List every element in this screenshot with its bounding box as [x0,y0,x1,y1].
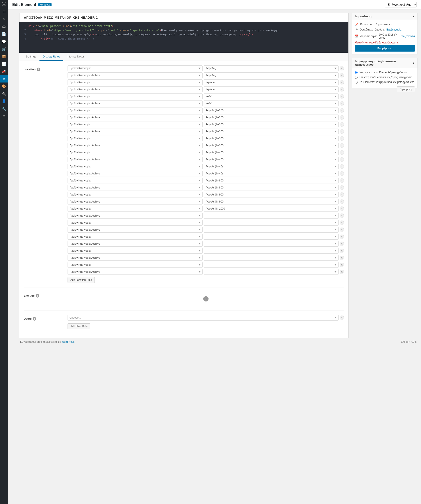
rule-delete-btn-12[interactable]: × [340,150,344,155]
sidebar-item-products[interactable]: 📦 [0,53,8,60]
update-button[interactable]: Ενημέρωση [355,45,415,52]
rule-type-select-16[interactable]: Προϊόν Κατηγορία [68,178,203,183]
tab-display-rules[interactable]: Display Rules [40,53,63,61]
rule-value-select-23[interactable] [204,227,339,233]
rule-delete-btn-2[interactable]: × [340,80,344,84]
rule-type-select-28[interactable]: Προϊόν Κατηγορία [68,262,203,268]
rule-value-select-16[interactable]: Αφρολέξ Ν-800 [204,178,339,183]
rule-type-select-9[interactable]: Προϊόν Κατηγορία Archive [68,129,203,134]
rule-delete-btn-28[interactable]: × [340,263,344,267]
rule-delete-btn-7[interactable]: × [340,115,344,120]
rule-type-select-18[interactable]: Προϊόν Κατηγορία [68,192,203,198]
apply-button[interactable]: Εφαρμογή [397,86,415,92]
sidebar-item-marketing[interactable]: 📣 [0,68,8,75]
rule-type-select-13[interactable]: Προϊόν Κατηγορία Archive [68,157,203,162]
tab-internal-notes[interactable]: Internal Notes [63,53,88,61]
rule-value-select-6[interactable]: Αφρολέξ Ν-250 [204,108,339,113]
rule-delete-btn-5[interactable]: × [340,101,344,106]
users-choose-select[interactable]: Choose... [68,315,338,321]
rule-value-select-22[interactable] [204,220,339,226]
multilingual-header[interactable]: Διαμόρφωση πολυγλωσσικού περιεχομένου ▲ [352,58,417,68]
rule-value-select-26[interactable] [204,248,339,254]
users-delete-btn[interactable]: × [340,316,344,320]
rule-value-select-1[interactable]: Αφρολέξ [204,72,339,78]
rule-value-select-21[interactable] [204,213,339,219]
rule-delete-btn-17[interactable]: × [340,186,344,190]
visibility-edit-link[interactable]: Επεξεργασία [386,28,402,31]
rule-type-select-7[interactable]: Προϊόν Κατηγορία Archive [68,114,203,120]
rule-delete-btn-14[interactable]: × [340,164,344,169]
rule-delete-btn-1[interactable]: × [340,73,344,78]
rule-value-select-10[interactable]: Αφρολέξ Ν-300 [204,136,339,141]
rule-type-select-26[interactable]: Προϊόν Κατηγορία [68,248,203,254]
rule-value-select-24[interactable] [204,234,339,240]
exclude-info-icon[interactable]: i [36,294,39,298]
rule-delete-btn-8[interactable]: × [340,122,344,127]
rule-delete-btn-6[interactable]: × [340,108,344,113]
rule-value-select-3[interactable]: Στρώματα [204,86,339,92]
rule-type-select-14[interactable]: Προϊόν Κατηγορία [68,164,203,169]
rule-value-select-12[interactable]: Αφρολέξ Ν-400 [204,150,339,155]
rule-value-select-11[interactable]: Αφρολέξ Ν-300 [204,143,339,148]
rule-delete-btn-16[interactable]: × [340,178,344,183]
rule-type-select-24[interactable]: Προϊόν Κατηγορία [68,234,203,240]
rule-delete-btn-26[interactable]: × [340,249,344,253]
published-edit-link[interactable]: Επεξεργασία [400,35,415,38]
sidebar-item-comments[interactable]: 💬 [0,38,8,45]
footer-wordpress-link[interactable]: WordPress [62,340,75,343]
rule-value-select-18[interactable]: Αφρολέξ Ν-900 [204,192,339,198]
rule-value-select-14[interactable]: Αφρολέξ Ν-40s [204,164,339,169]
rule-type-select-8[interactable]: Προϊόν Κατηγορία [68,121,203,127]
rule-delete-btn-29[interactable]: × [340,270,344,274]
rule-type-select-4[interactable]: Προϊόν Κατηγορία [68,93,203,99]
rule-delete-btn-9[interactable]: × [340,129,344,134]
sidebar-item-dashboard[interactable]: ⊞ [0,8,8,15]
rule-delete-btn-11[interactable]: × [340,143,344,148]
rule-type-select-0[interactable]: Προϊόν Κατηγορία [68,65,203,71]
rule-type-select-3[interactable]: Προϊόν Κατηγορία Archive [68,86,203,92]
users-info-icon[interactable]: i [33,317,36,321]
rule-type-select-21[interactable]: Προϊόν Κατηγορία Archive [68,213,203,219]
sidebar-item-media[interactable]: 🖼 [0,23,8,30]
rule-value-select-9[interactable]: Αφρολέξ Ν-200 [204,129,339,134]
rule-value-select-25[interactable] [204,241,339,247]
rule-type-select-11[interactable]: Προϊόν Κατηγορία Archive [68,143,203,148]
preview-select[interactable]: Επιλογές προβολής [385,2,417,7]
sidebar-item-woocommerce[interactable]: 🛒 [0,45,8,53]
rule-type-select-23[interactable]: Προϊόν Κατηγορία Archive [68,227,203,233]
rule-type-select-12[interactable]: Προϊόν Κατηγορία [68,150,203,155]
add-location-rule-button[interactable]: Add Location Rule [68,277,95,283]
sidebar-item-appearance[interactable]: 🎨 [0,83,8,90]
rule-type-select-10[interactable]: Προϊόν Κατηγορία [68,136,203,141]
rule-delete-btn-3[interactable]: × [340,87,344,91]
sidebar-item-analytics[interactable]: 📊 [0,60,8,68]
rule-delete-btn-4[interactable]: × [340,94,344,98]
wp-logo[interactable]: W [0,0,8,8]
rule-value-select-19[interactable]: Αφρολέξ Ν-900 [204,199,339,204]
rule-delete-btn-13[interactable]: × [340,157,344,162]
rule-value-select-27[interactable] [204,255,339,261]
rule-value-select-8[interactable]: Αφρολέξ Ν-200 [204,121,339,127]
add-user-rule-button[interactable]: Add User Rule [68,324,90,329]
rule-type-select-17[interactable]: Προϊόν Κατηγορία Archive [68,185,203,191]
rule-type-select-25[interactable]: Προϊόν Κατηγορία Archive [68,241,203,247]
sidebar-item-tools[interactable]: 🔧 [0,105,8,112]
rule-type-select-19[interactable]: Προϊόν Κατηγορία Archive [68,199,203,204]
rule-delete-btn-22[interactable]: × [340,221,344,225]
rule-delete-btn-0[interactable]: × [340,66,344,70]
rule-value-select-17[interactable]: Αφρολέξ Ν-800 [204,185,339,191]
rule-delete-btn-27[interactable]: × [340,256,344,260]
rule-type-select-27[interactable]: Προϊόν Κατηγορία Archive [68,255,203,261]
rule-type-select-15[interactable]: Προϊόν Κατηγορία Archive [68,171,203,176]
tab-settings[interactable]: Settings [23,53,40,61]
rule-value-select-7[interactable]: Αφρολέξ Ν-250 [204,114,339,120]
exclude-add-icon[interactable]: + [203,296,208,301]
sidebar-item-settings[interactable]: ⚙ [0,112,8,120]
rule-delete-btn-21[interactable]: × [340,214,344,218]
sidebar-item-posts[interactable]: ✎ [0,15,8,23]
rule-value-select-2[interactable]: Στρώματα [204,79,339,85]
multilingual-radio-1[interactable] [355,71,358,74]
rule-type-select-2[interactable]: Προϊόν Κατηγορία [68,79,203,85]
rule-delete-btn-19[interactable]: × [340,199,344,204]
location-info-icon[interactable]: i [37,68,40,71]
